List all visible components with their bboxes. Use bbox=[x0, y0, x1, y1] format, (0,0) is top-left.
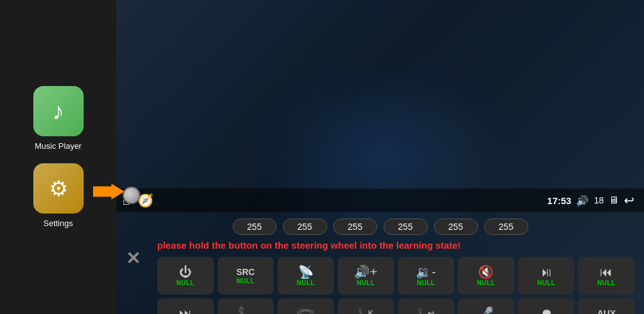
music-player-label: Music Player bbox=[35, 141, 81, 151]
vol-up-icon: 🔊+ bbox=[354, 266, 377, 278]
settings-label: Settings bbox=[43, 219, 73, 228]
play-pause-button[interactable]: ⏯ NULL bbox=[518, 257, 575, 295]
music-player-icon-box: ♪ bbox=[33, 86, 84, 136]
time-display: 17:53 bbox=[547, 195, 571, 206]
gps-button[interactable]: 📡 NULL bbox=[277, 257, 334, 295]
record-icon: ⏺ bbox=[540, 307, 553, 315]
svg-marker-0 bbox=[93, 184, 125, 200]
src-button[interactable]: SRC NULL bbox=[218, 257, 274, 295]
vol-up-label: NULL bbox=[357, 279, 375, 286]
pill-5[interactable]: 255 bbox=[434, 219, 478, 235]
power-icon: ⏻ bbox=[179, 266, 192, 278]
settings-icon-box: ⚙ bbox=[33, 163, 84, 214]
prev-track-label: NULL bbox=[597, 279, 616, 286]
prev-track-icon: ⏮ bbox=[600, 266, 613, 278]
pill-1[interactable]: 255 bbox=[233, 219, 277, 235]
play-pause-label: NULL bbox=[537, 279, 555, 286]
src-label: NULL bbox=[236, 278, 255, 284]
vol-down-label: NULL bbox=[417, 279, 435, 286]
aux-icon: AUX bbox=[597, 309, 616, 315]
vol-up-button[interactable]: 🔊+ NULL bbox=[338, 257, 394, 295]
call-button[interactable]: 📞 NULL bbox=[218, 298, 274, 314]
power-button[interactable]: ⏻ NULL bbox=[157, 257, 214, 295]
power-label: NULL bbox=[176, 279, 194, 286]
arrow-indicator bbox=[93, 182, 125, 203]
dial-knob[interactable] bbox=[123, 187, 140, 204]
status-bar: ⌂ 🧭 17:53 🔊 18 🖥 ↩ bbox=[116, 188, 644, 212]
controls-row-2: ⏭ NULL 📞 NULL 📞 NULL 📞K NULL 📞↩ NU bbox=[157, 298, 635, 314]
music-note-icon: ♪ bbox=[52, 98, 64, 125]
call-icon: 📞 bbox=[238, 307, 253, 315]
call-k-icon: 📞K bbox=[358, 309, 374, 314]
music-player-app[interactable]: ♪ Music Player bbox=[33, 86, 84, 151]
next-track-icon: ⏭ bbox=[179, 307, 192, 315]
pill-2[interactable]: 255 bbox=[283, 219, 327, 235]
pill-4[interactable]: 255 bbox=[384, 219, 428, 235]
mute-label: NULL bbox=[477, 279, 496, 286]
mute-icon: 🔇 bbox=[478, 266, 494, 278]
instruction-text: please hold the button on the steering w… bbox=[157, 240, 635, 251]
play-pause-icon: ⏯ bbox=[540, 266, 553, 278]
volume-level: 18 bbox=[594, 195, 604, 205]
volume-icon: 🔊 bbox=[576, 195, 589, 207]
value-pills-row: 255 255 255 255 255 255 bbox=[126, 219, 635, 235]
end-call-icon: 📞 bbox=[296, 303, 316, 314]
gps-icon: 📡 bbox=[298, 266, 314, 278]
record-button[interactable]: ⏺ NULL bbox=[518, 298, 575, 314]
gear-icon: ⚙ bbox=[49, 176, 68, 201]
pill-3[interactable]: 255 bbox=[333, 219, 377, 235]
next-track-button[interactable]: ⏭ NULL bbox=[157, 298, 214, 314]
mic-button[interactable]: 🎤 NULL bbox=[458, 298, 514, 314]
aux-button[interactable]: AUX NULL bbox=[578, 298, 635, 314]
end-call-button[interactable]: 📞 NULL bbox=[277, 298, 334, 314]
end-k-icon: 📞↩ bbox=[418, 309, 435, 314]
controls-row-1: ⏻ NULL SRC NULL 📡 NULL 🔊+ NULL 🔉- N bbox=[157, 257, 635, 295]
vol-down-icon: 🔉- bbox=[416, 266, 436, 278]
sidebar: ♪ Music Player ⚙ Settings bbox=[0, 0, 116, 314]
gps-label: NULL bbox=[297, 279, 315, 286]
main-panel: ⌂ 🧭 17:53 🔊 18 🖥 ↩ 255 255 255 255 255 2… bbox=[116, 0, 644, 314]
prev-track-button[interactable]: ⏮ NULL bbox=[578, 257, 635, 295]
status-icons-group: 17:53 🔊 18 🖥 ↩ bbox=[547, 193, 635, 208]
mic-icon: 🎤 bbox=[478, 307, 494, 315]
mute-button[interactable]: 🔇 NULL bbox=[458, 257, 514, 295]
back-icon[interactable]: ↩ bbox=[624, 193, 635, 208]
settings-app[interactable]: ⚙ Settings bbox=[33, 163, 84, 228]
vol-down-button[interactable]: 🔉- NULL bbox=[398, 257, 455, 295]
controls-grid: ⏻ NULL SRC NULL 📡 NULL 🔊+ NULL 🔉- N bbox=[157, 257, 635, 314]
pill-6[interactable]: 255 bbox=[484, 219, 528, 235]
content-area: 255 255 255 255 255 255 ✕ please hold th… bbox=[116, 212, 644, 314]
cancel-button[interactable]: ✕ bbox=[126, 250, 140, 268]
screen-icon: 🖥 bbox=[609, 195, 619, 206]
end-k-button[interactable]: 📞↩ NULL bbox=[398, 298, 455, 314]
call-k-button[interactable]: 📞K NULL bbox=[338, 298, 394, 314]
right-arrow-icon bbox=[93, 182, 125, 201]
src-icon: SRC bbox=[236, 268, 255, 276]
